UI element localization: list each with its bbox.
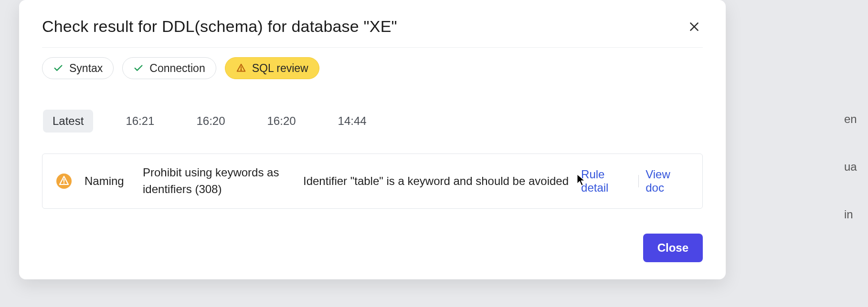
svg-point-3 — [241, 70, 242, 71]
status-pill-sql-review[interactable]: SQL review — [225, 57, 319, 79]
rule-detail-link[interactable]: Rule detail — [581, 168, 632, 194]
result-category: Naming — [85, 174, 130, 188]
status-pill-connection[interactable]: Connection — [122, 57, 216, 79]
time-tab[interactable]: 14:44 — [328, 110, 376, 133]
result-links: Rule detail View doc — [581, 168, 689, 194]
modal-footer: Close — [42, 234, 703, 262]
status-pill-label: Syntax — [69, 62, 103, 75]
status-pill-syntax[interactable]: Syntax — [42, 57, 114, 79]
time-tabs: Latest 16:21 16:20 16:20 14:44 — [42, 110, 703, 133]
status-pill-row: Syntax Connection SQL review — [42, 57, 703, 79]
time-tab-latest[interactable]: Latest — [43, 110, 93, 133]
warning-icon — [236, 63, 246, 73]
time-tab[interactable]: 16:20 — [258, 110, 306, 133]
status-pill-label: SQL review — [252, 62, 308, 75]
check-icon — [133, 63, 144, 73]
result-row: Naming Prohibit using keywords as identi… — [42, 154, 703, 209]
background-peek: en ua in — [844, 95, 868, 238]
modal-header: Check result for DDL(schema) for databas… — [42, 17, 703, 48]
result-message: Identifier "table" is a keyword and shou… — [303, 174, 569, 188]
time-tab[interactable]: 16:21 — [116, 110, 164, 133]
check-result-modal: Check result for DDL(schema) for databas… — [19, 0, 726, 279]
modal-title: Check result for DDL(schema) for databas… — [42, 17, 397, 36]
close-button[interactable]: Close — [643, 234, 703, 262]
time-tab[interactable]: 16:20 — [187, 110, 234, 133]
check-icon — [53, 63, 64, 73]
warning-icon — [56, 173, 72, 189]
view-doc-link[interactable]: View doc — [646, 168, 689, 194]
close-icon[interactable] — [686, 18, 703, 35]
result-rule: Prohibit using keywords as identifiers (… — [143, 164, 291, 198]
link-separator — [638, 175, 639, 187]
svg-point-6 — [64, 182, 65, 184]
status-pill-label: Connection — [149, 62, 205, 75]
